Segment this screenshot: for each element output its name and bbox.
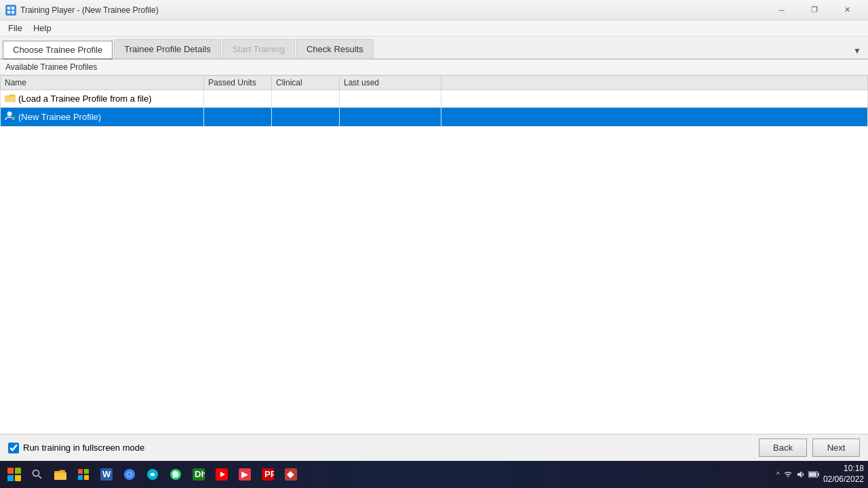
svg-text:PP: PP [264,469,274,479]
row-lastused [340,90,441,108]
svg-text:Dh: Dh [195,469,205,479]
svg-rect-13 [84,469,89,474]
table-row[interactable]: (Load a Trainee Profile from a file) [1,90,868,108]
person-icon: + [5,110,16,123]
svg-point-9 [33,470,39,476]
next-button[interactable]: Next [812,439,860,457]
table-header: Name Passed Units Clinical Last used [1,76,868,90]
title-bar-left: Training Player - (New Trainee Profile) [5,5,159,16]
taskbar-whatsapp[interactable] [165,464,186,485]
svg-rect-35 [818,473,819,476]
taskbar-app-3[interactable]: Dh [189,464,209,485]
row-passed [204,90,272,108]
back-button[interactable]: Back [759,439,807,457]
svg-point-20 [127,472,132,476]
svg-text:◆: ◆ [286,469,294,479]
taskbar-word[interactable]: W [96,464,117,485]
row-extra [441,108,868,127]
app-icon [5,5,16,16]
col-header-name: Name [1,76,204,90]
restore-button[interactable]: ❐ [799,0,830,20]
battery-icon [808,471,819,478]
svg-rect-2 [7,11,10,14]
close-button[interactable]: ✕ [831,0,863,20]
row-name: + (New Trainee Profile) [1,108,204,127]
taskbar-app-5[interactable]: PP [258,464,278,485]
window-title: Training Player - (New Trainee Profile) [20,5,159,15]
row-passed [204,108,272,127]
taskbar-app-1[interactable] [73,464,94,485]
tray-icons: ^ [776,470,819,479]
title-bar: Training Player - (New Trainee Profile) … [0,0,868,20]
tab-bar: Choose Trainee Profile Trainee Profile D… [0,37,868,60]
fullscreen-checkbox-label[interactable]: Run training in fullscreen mode [8,443,144,453]
svg-text:W: W [102,469,111,479]
taskbar-app-4[interactable]: ▶ [235,464,255,485]
tab-choose[interactable]: Choose Trainee Profile [3,41,113,60]
svg-rect-3 [12,11,14,14]
col-header-lastused: Last used [340,76,441,90]
bottom-right: Back Next [759,439,860,457]
section-label: Available Trainee Profiles [0,60,868,75]
menu-file[interactable]: File [3,22,28,35]
svg-rect-12 [78,469,83,474]
row-lastused [340,108,441,127]
fullscreen-label: Run training in fullscreen mode [23,443,144,453]
minimize-button[interactable]: ─ [766,0,797,20]
svg-rect-14 [78,475,83,480]
folder-icon [5,93,16,104]
windows-icon [7,468,21,481]
taskbar-app-6[interactable]: ◆ [281,464,301,485]
table-container[interactable]: Name Passed Units Clinical Last used [0,75,868,434]
taskbar-clock[interactable]: 10:18 02/06/2022 [823,464,864,485]
row-name: (Load a Trainee Profile from a file) [1,90,204,108]
svg-rect-1 [12,7,14,9]
clock-date: 02/06/2022 [823,474,864,485]
col-header-passed: Passed Units [204,76,272,90]
fullscreen-checkbox[interactable] [8,443,19,453]
taskbar-file-explorer[interactable] [50,464,71,485]
wifi-icon [783,470,793,479]
svg-rect-36 [809,472,816,476]
clock-time: 10:18 [823,464,864,474]
bottom-left: Run training in fullscreen mode [8,443,144,453]
menu-help[interactable]: Help [28,22,57,35]
tab-training[interactable]: Start Training [222,39,295,58]
tab-details[interactable]: Trainee Profile Details [114,39,220,58]
system-tray: ^ 10:18 02/06/2022 [776,464,864,485]
bottom-bar: Run training in fullscreen mode Back Nex… [0,434,868,461]
profiles-table: Name Passed Units Clinical Last used [0,75,868,127]
taskbar-app-2[interactable] [142,464,163,485]
row-extra [441,90,868,108]
tab-expand-icon[interactable]: ▼ [849,43,865,58]
svg-marker-33 [797,471,802,478]
svg-text:+: + [12,113,16,121]
main-content: Name Passed Units Clinical Last used [0,75,868,434]
col-header-clinical: Clinical [272,76,340,90]
taskbar: W Dh ▶ [0,461,868,488]
svg-rect-15 [84,475,89,480]
row-clinical [272,108,340,127]
taskbar-chrome[interactable] [119,464,140,485]
menu-bar: File Help [0,20,868,37]
row-clinical [272,90,340,108]
sound-icon [796,470,806,479]
tab-results[interactable]: Check Results [296,39,374,58]
taskbar-search[interactable] [27,464,47,485]
start-button[interactable] [4,464,24,485]
col-header-extra [441,76,868,90]
tray-chevron[interactable]: ^ [776,470,780,479]
svg-rect-0 [7,7,10,9]
svg-line-10 [39,476,41,479]
table-row[interactable]: + (New Trainee Profile) [1,108,868,127]
svg-rect-11 [54,472,66,480]
svg-rect-6 [5,96,16,102]
svg-text:▶: ▶ [241,469,248,479]
window-controls: ─ ❐ ✕ [766,0,863,20]
taskbar-youtube[interactable] [212,464,232,485]
